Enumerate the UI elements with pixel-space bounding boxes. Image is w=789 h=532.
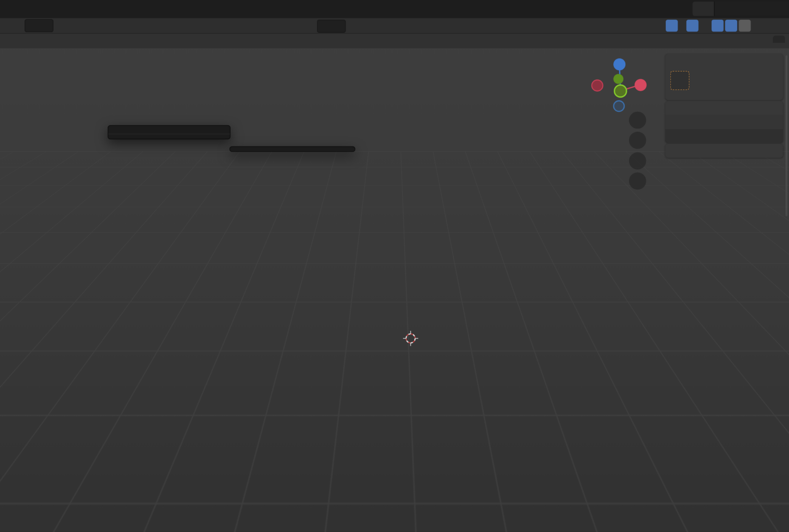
workspace-panel	[665, 144, 783, 158]
gizmo-arrow-icon	[667, 21, 677, 30]
grip-icon[interactable]	[769, 105, 779, 111]
gizmo-front-ball	[614, 85, 626, 97]
cursor-3d	[402, 330, 419, 347]
solid-sphere-icon	[740, 21, 749, 30]
scene-icon	[695, 4, 705, 13]
chevron-down-icon	[679, 23, 685, 28]
workspace-header[interactable]	[665, 144, 783, 158]
pivot-point-button[interactable]	[349, 20, 361, 32]
pivot-icon	[350, 22, 359, 31]
add-menu	[108, 125, 231, 139]
chevron-down-icon	[336, 23, 341, 29]
editor-type-icon	[5, 21, 14, 30]
shading-wireframe-button[interactable]	[725, 20, 737, 32]
chevron-down-icon	[779, 23, 785, 28]
chevron-down-icon	[44, 23, 49, 28]
editor-type-button[interactable]	[0, 21, 25, 30]
snap-to-button[interactable]	[388, 20, 400, 32]
chevron-down-icon	[659, 23, 664, 28]
gizmos-toggle[interactable]	[666, 20, 678, 32]
rendered-sphere-icon	[767, 21, 777, 30]
xray-toggle[interactable]	[712, 20, 724, 32]
snap-increment-icon	[389, 22, 398, 31]
pan-button[interactable]	[629, 132, 646, 149]
orientation-icon	[322, 22, 331, 31]
grip-icon[interactable]	[769, 58, 779, 64]
chevron-down-icon	[441, 23, 447, 29]
active-tool-panel	[665, 54, 783, 100]
chevron-down-icon	[669, 58, 675, 64]
scene-name[interactable]	[714, 2, 789, 16]
chevron-down-icon	[705, 6, 711, 12]
panel-select-mode-buttons	[665, 94, 783, 100]
xray-icon	[713, 21, 722, 30]
falloff-curve-icon	[428, 22, 437, 31]
material-sphere-icon	[754, 21, 763, 30]
tool-settings-bar	[0, 33, 789, 49]
proportional-icon	[413, 22, 422, 31]
proportional-editing-button[interactable]	[411, 20, 423, 32]
magnet-icon	[374, 22, 383, 31]
active-tool-header[interactable]	[665, 54, 783, 68]
wireframe-sphere-icon	[727, 21, 736, 30]
visibility-dropdown[interactable]	[645, 20, 657, 32]
grip-icon[interactable]	[769, 148, 779, 154]
shading-solid-button[interactable]	[739, 20, 750, 32]
orientation-dropdown[interactable]	[317, 20, 346, 33]
eye-icon	[646, 21, 656, 30]
chevron-right-icon	[669, 148, 675, 154]
chevron-down-icon	[669, 105, 675, 111]
gizmo-axis-x-ball	[635, 79, 646, 91]
tool-options-tab[interactable]	[773, 36, 785, 43]
overlays-toggle[interactable]	[687, 20, 698, 32]
select-box-tool-button[interactable]	[670, 71, 690, 90]
viewport-header	[0, 18, 789, 33]
sidebar	[665, 54, 783, 158]
snap-toggle-button[interactable]	[373, 20, 384, 32]
topbar	[0, 0, 789, 18]
chevron-down-icon	[15, 23, 20, 28]
camera-view-button[interactable]	[629, 152, 646, 169]
viewport-display-controls	[645, 20, 785, 32]
object-mode-dropdown[interactable]	[25, 19, 53, 32]
transform-controls	[317, 20, 447, 33]
chevron-down-icon	[700, 23, 705, 28]
options-panel	[665, 101, 783, 143]
scene-selector[interactable]	[692, 2, 789, 16]
transform-subpanel-header[interactable]	[665, 115, 783, 129]
shading-material-button[interactable]	[752, 20, 764, 32]
perspective-toggle-button[interactable]	[629, 172, 646, 189]
blender-window	[0, 0, 789, 532]
chevron-down-icon	[403, 23, 408, 29]
transform-subpanel-body	[665, 129, 783, 143]
falloff-button[interactable]	[426, 20, 438, 32]
sidebar-scrollbar[interactable]	[786, 55, 787, 216]
shading-rendered-button[interactable]	[766, 20, 778, 32]
chevron-down-icon	[364, 23, 369, 29]
overlays-icon	[688, 21, 697, 30]
gizmo-axis-z-ball	[613, 59, 625, 70]
mesh-submenu	[230, 146, 356, 152]
blender-logo-icon[interactable]	[4, 3, 17, 16]
navigation-gizmo[interactable]	[584, 52, 649, 115]
viewport-3d[interactable]	[0, 48, 789, 532]
options-header[interactable]	[665, 101, 783, 115]
x-axis-line	[0, 338, 789, 339]
gizmo-axis-y-ball	[613, 74, 623, 84]
gizmo-axis-neg-x-ball	[592, 80, 603, 91]
object-mode-icon	[29, 21, 38, 30]
active-tool-row	[665, 68, 783, 94]
add-menu-title	[108, 126, 230, 134]
gizmo-axis-neg-z-ball	[614, 101, 624, 111]
affect-only-label	[670, 134, 717, 136]
zoom-button[interactable]	[629, 112, 646, 129]
